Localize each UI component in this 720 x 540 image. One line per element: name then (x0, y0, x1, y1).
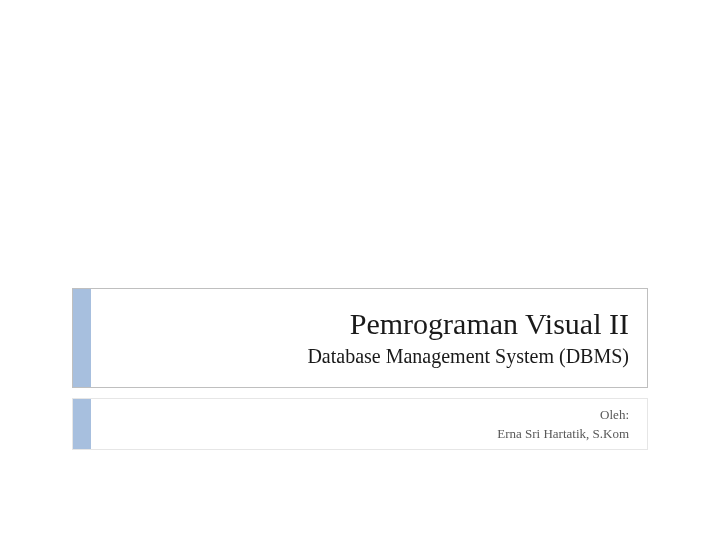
author-block: Oleh: Erna Sri Hartatik, S.Kom (72, 398, 648, 450)
title-content: Pemrograman Visual II Database Managemen… (91, 289, 647, 387)
slide-title: Pemrograman Visual II (350, 306, 629, 342)
title-block: Pemrograman Visual II Database Managemen… (72, 288, 648, 388)
title-accent-bar (73, 289, 91, 387)
author-content: Oleh: Erna Sri Hartatik, S.Kom (91, 399, 647, 449)
author-accent-bar (73, 399, 91, 449)
author-name: Erna Sri Hartatik, S.Kom (497, 424, 629, 444)
slide-subtitle: Database Management System (DBMS) (307, 342, 629, 370)
author-label: Oleh: (600, 405, 629, 425)
